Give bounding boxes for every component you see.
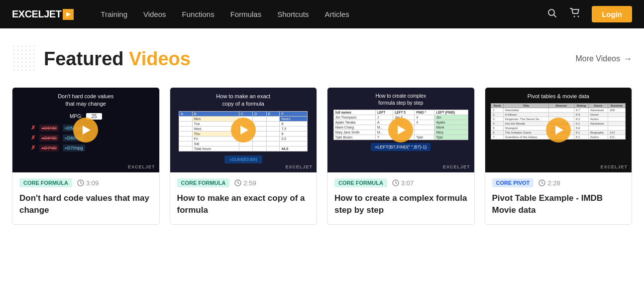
card-title-3: How to create a complex formula step by … [334, 192, 467, 216]
navbar: EXCELJET ▶ Training Videos Functions For… [0, 0, 644, 28]
video-card-4: Pivot tables & movie data Rank Title Dir… [485, 87, 633, 225]
clock-icon-3 [392, 179, 399, 186]
play-button-2[interactable] [231, 118, 256, 143]
duration-2: 2:59 [234, 179, 256, 187]
nav-functions[interactable]: Functions [175, 6, 221, 22]
tag-2: CORE FORMULA [177, 178, 230, 187]
nav-shortcuts[interactable]: Shortcuts [270, 6, 316, 22]
thumb-watermark-4: EXCELJET [600, 164, 628, 169]
play-button-4[interactable] [546, 118, 571, 143]
section-title-prefix: Featured [44, 48, 129, 69]
section-header: Featured Videos More Videos → [12, 44, 632, 73]
nav-links: Training Videos Functions Formulas Short… [94, 6, 545, 22]
thumbnail-1[interactable]: Don't hard code valuesthat may change MP… [12, 88, 159, 172]
section-title-wrap: Featured Videos [12, 44, 191, 73]
logo-icon: ▶ [63, 9, 74, 20]
card-title-2: How to make an exact copy of a formula [177, 192, 310, 216]
search-icon [547, 8, 557, 18]
svg-point-3 [578, 16, 579, 17]
clock-icon-2 [234, 179, 241, 186]
thumbnail-2[interactable]: How to make an exactcopy of a formula AB… [170, 88, 317, 172]
svg-point-2 [574, 16, 575, 17]
cart-icon [570, 8, 581, 18]
card-meta-4: CORE PIVOT 2:28 Pivot Table Example - IM… [485, 172, 632, 224]
svg-line-1 [554, 15, 556, 17]
card-meta-3: CORE FORMULA 3:07 How to create a comple… [327, 172, 474, 224]
section-title-link[interactable]: Videos [129, 48, 191, 69]
more-videos-label: More Videos [575, 54, 620, 63]
login-button[interactable]: Login [592, 6, 632, 22]
thumbnail-4[interactable]: Pivot tables & movie data Rank Title Dir… [485, 88, 632, 172]
thumb-watermark-1: EXCELJET [128, 164, 155, 169]
card-meta-1: CORE FORMULA 3:09 Don't hard code values… [12, 172, 159, 224]
nav-videos[interactable]: Videos [136, 6, 173, 22]
tag-4: CORE PIVOT [492, 178, 534, 187]
nav-actions: Login [545, 6, 632, 22]
video-grid: Don't hard code valuesthat may change MP… [12, 87, 632, 225]
more-videos-link[interactable]: More Videos → [575, 54, 632, 64]
logo[interactable]: EXCELJET ▶ [12, 8, 74, 20]
nav-training[interactable]: Training [94, 6, 134, 22]
video-card-3: How to create complexformula step by ste… [327, 87, 475, 225]
cart-button[interactable] [568, 6, 583, 22]
thumb-watermark-3: EXCELJET [443, 164, 470, 169]
logo-text: EXCELJET [12, 8, 61, 20]
duration-4: 2:28 [538, 179, 560, 187]
nav-formulas[interactable]: Formulas [223, 6, 269, 22]
card-title-4: Pivot Table Example - IMDB Movie data [492, 192, 625, 216]
dot-pattern [12, 44, 37, 73]
arrow-right-icon: → [623, 54, 632, 64]
search-button[interactable] [545, 6, 559, 22]
nav-articles[interactable]: Articles [318, 6, 356, 22]
play-button-3[interactable] [388, 118, 413, 143]
main-content: Featured Videos More Videos → Don't hard… [0, 28, 644, 289]
clock-icon-1 [77, 179, 84, 186]
thumb-watermark-2: EXCELJET [285, 164, 313, 169]
play-button-1[interactable] [73, 118, 98, 143]
card-meta-2: CORE FORMULA 2:59 How to make an exact c… [170, 172, 317, 224]
duration-3: 3:07 [392, 179, 414, 187]
tag-1: CORE FORMULA [19, 178, 72, 187]
clock-icon-4 [538, 179, 545, 186]
video-card-2: How to make an exactcopy of a formula AB… [170, 87, 318, 225]
video-card-1: Don't hard code valuesthat may change MP… [12, 87, 160, 225]
tag-3: CORE FORMULA [334, 178, 387, 187]
thumbnail-3[interactable]: How to create complexformula step by ste… [327, 88, 474, 172]
card-title-1: Don't hard code values that may change [19, 192, 152, 216]
duration-1: 3:09 [77, 179, 99, 187]
section-title: Featured Videos [44, 48, 191, 70]
